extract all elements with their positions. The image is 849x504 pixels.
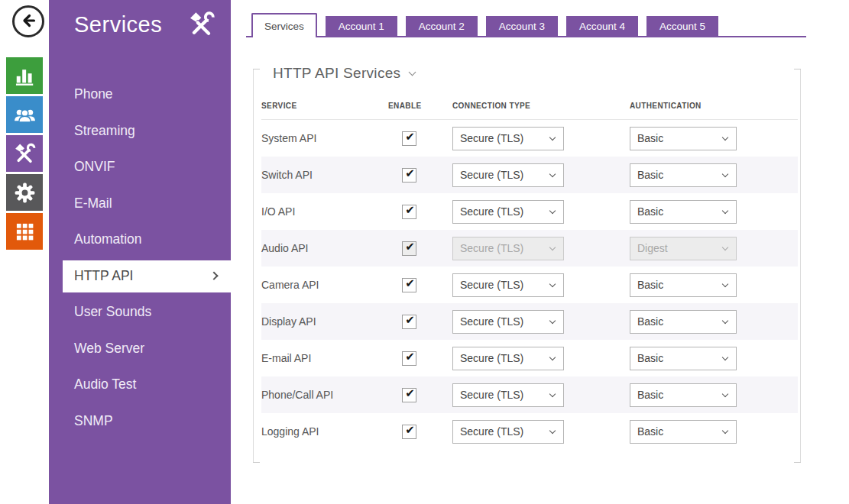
table-row-e-mail-api: E-mail API ✔ Secure (TLS) xyxy=(261,340,798,376)
table-header-row: SERVICE ENABLE CONNECTION TYPE AUTHENTIC… xyxy=(261,97,798,114)
enable-checkbox[interactable]: ✔ xyxy=(402,205,416,219)
chevron-down-icon xyxy=(722,317,728,323)
service-label: Switch API xyxy=(261,169,388,181)
enable-checkbox[interactable]: ✔ xyxy=(402,241,416,256)
connection-type-select[interactable]: Secure (TLS) xyxy=(452,273,564,297)
table-row-camera-api: Camera API ✔ Secure (TLS) xyxy=(261,267,798,303)
connection-type-value: Secure (TLS) xyxy=(460,242,523,254)
sidebar-item-label: Streaming xyxy=(74,123,135,139)
checkmark-icon: ✔ xyxy=(405,278,415,289)
checkmark-icon: ✔ xyxy=(405,351,415,363)
service-label: Display API xyxy=(261,315,388,328)
http-api-services-panel: HTTP API Services SERVICE ENABLE CONNECT… xyxy=(253,69,801,463)
chevron-down-icon xyxy=(549,207,556,213)
chevron-down-icon xyxy=(722,134,728,140)
authentication-select[interactable]: Basic xyxy=(630,420,737,444)
authentication-select[interactable]: Basic xyxy=(630,200,737,224)
authentication-select[interactable]: Basic xyxy=(630,310,737,334)
checkmark-icon: ✔ xyxy=(405,241,415,253)
authentication-value: Digest xyxy=(637,242,668,254)
enable-checkbox[interactable]: ✔ xyxy=(402,351,416,366)
authentication-select[interactable]: Basic xyxy=(630,163,737,187)
nav-tile-bar-chart-icon[interactable] xyxy=(6,57,43,94)
chevron-down-icon xyxy=(549,354,556,360)
tab-account-2[interactable]: Account 2 xyxy=(406,16,478,36)
nav-tile-users-icon[interactable] xyxy=(6,96,43,133)
authentication-select[interactable]: Basic xyxy=(630,347,737,370)
tab-account-1[interactable]: Account 1 xyxy=(326,16,397,36)
sidebar-item-snmp[interactable]: SNMP xyxy=(49,403,231,440)
enable-checkbox[interactable]: ✔ xyxy=(402,388,416,402)
sidebar-item-label: ONVIF xyxy=(74,159,115,175)
connection-type-select[interactable]: Secure (TLS) xyxy=(452,310,564,334)
chevron-down-icon xyxy=(549,427,556,433)
table-row-logging-api: Logging API ✔ Secure (TLS) xyxy=(261,413,798,450)
sidebar-item-http-api[interactable]: HTTP API xyxy=(63,260,231,292)
grid-icon xyxy=(12,219,37,244)
nav-tile-tools-icon[interactable] xyxy=(6,135,43,172)
tab-label: Account 5 xyxy=(659,21,705,32)
chevron-down-icon xyxy=(722,170,728,176)
authentication-value: Basic xyxy=(637,425,663,438)
chevron-down-icon xyxy=(722,354,728,360)
chevron-down-icon xyxy=(549,244,556,250)
connection-type-select[interactable]: Secure (TLS) xyxy=(452,347,564,370)
connection-type-select[interactable]: Secure (TLS) xyxy=(452,237,564,260)
connection-type-select[interactable]: Secure (TLS) xyxy=(452,127,564,150)
sidebar-item-streaming[interactable]: Streaming xyxy=(49,113,231,150)
tab-account-4[interactable]: Account 4 xyxy=(566,16,638,36)
chevron-down-icon xyxy=(722,280,728,286)
sidebar-item-phone[interactable]: Phone xyxy=(49,76,231,113)
sidebar-item-e-mail[interactable]: E-Mail xyxy=(49,186,231,222)
nav-tile-grid-icon[interactable] xyxy=(6,213,43,250)
tab-services[interactable]: Services xyxy=(251,13,317,37)
sidebar-item-audio-test[interactable]: Audio Test xyxy=(49,367,231,403)
connection-type-select[interactable]: Secure (TLS) xyxy=(452,420,564,444)
enable-checkbox[interactable]: ✔ xyxy=(402,278,416,292)
tools-icon xyxy=(12,141,37,166)
authentication-select[interactable]: Basic xyxy=(630,127,737,150)
connection-type-select[interactable]: Secure (TLS) xyxy=(452,383,564,407)
tab-account-5[interactable]: Account 5 xyxy=(646,16,718,36)
sidebar-item-web-server[interactable]: Web Server xyxy=(49,331,231,367)
sidebar-item-onvif[interactable]: ONVIF xyxy=(49,149,231,186)
service-label: I/O API xyxy=(261,205,388,218)
arrow-left-icon xyxy=(19,11,37,32)
nav-tiles xyxy=(6,57,43,250)
col-header-connection-type: CONNECTION TYPE xyxy=(452,102,630,110)
checkmark-icon: ✔ xyxy=(405,425,415,436)
chevron-down-icon xyxy=(549,134,556,140)
enable-checkbox[interactable]: ✔ xyxy=(402,131,416,146)
connection-type-select[interactable]: Secure (TLS) xyxy=(452,200,564,224)
col-header-enable: ENABLE xyxy=(388,102,452,110)
authentication-select[interactable]: Digest xyxy=(630,237,737,260)
users-icon xyxy=(12,102,37,128)
table-row-display-api: Display API ✔ Secure (TLS) xyxy=(261,303,798,340)
sidebar-header: Services xyxy=(49,0,231,40)
tab-account-3[interactable]: Account 3 xyxy=(486,16,558,36)
service-label: E-mail API xyxy=(261,352,388,364)
connection-type-value: Secure (TLS) xyxy=(460,389,523,401)
nav-tile-gear-icon[interactable] xyxy=(6,174,43,211)
sidebar-item-automation[interactable]: Automation xyxy=(49,221,231,258)
sidebar-item-label: HTTP API xyxy=(74,268,133,284)
table-row-audio-api: Audio API ✔ Secure (TLS) xyxy=(261,230,798,267)
tab-bar: Services Account 1 Account 2 Account 3 A… xyxy=(246,13,806,37)
page-title: Services xyxy=(74,12,162,37)
table-row-switch-api: Switch API ✔ Secure (TLS) xyxy=(261,157,798,193)
section-title[interactable]: HTTP API Services xyxy=(254,63,415,83)
chevron-down-icon xyxy=(549,280,556,286)
authentication-value: Basic xyxy=(637,279,663,291)
authentication-value: Basic xyxy=(637,352,663,364)
gear-icon xyxy=(12,180,37,205)
enable-checkbox[interactable]: ✔ xyxy=(402,315,416,329)
enable-checkbox[interactable]: ✔ xyxy=(402,168,416,183)
authentication-select[interactable]: Basic xyxy=(630,383,737,407)
tab-label: Account 1 xyxy=(339,21,384,32)
enable-checkbox[interactable]: ✔ xyxy=(402,425,416,439)
back-button[interactable] xyxy=(12,5,44,37)
connection-type-select[interactable]: Secure (TLS) xyxy=(452,163,564,187)
sidebar-item-label: Web Server xyxy=(74,341,144,357)
authentication-select[interactable]: Basic xyxy=(630,273,737,297)
sidebar-item-user-sounds[interactable]: User Sounds xyxy=(49,294,231,331)
